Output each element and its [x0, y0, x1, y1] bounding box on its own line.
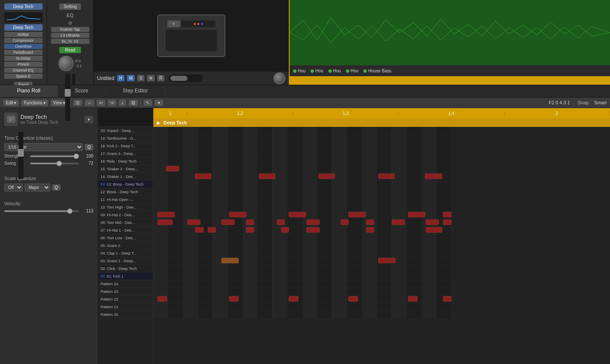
note-block[interactable]: [158, 212, 175, 217]
fader-track[interactable]: [18, 132, 23, 179]
plugin-overdrive[interactable]: Overdrive: [4, 44, 43, 49]
note-block[interactable]: [366, 220, 374, 225]
note-block[interactable]: [208, 227, 216, 232]
fader-track2[interactable]: [65, 74, 70, 121]
note-block[interactable]: [289, 212, 306, 217]
m-transport-btn[interactable]: M: [127, 75, 135, 81]
velocity-thumb[interactable]: [67, 209, 72, 214]
plugin-kram[interactable]: Kramer Tap: [51, 27, 89, 32]
tab-piano-roll[interactable]: Piano Roll: [0, 85, 58, 97]
cursor-tool-btn[interactable]: ✦: [155, 100, 163, 106]
pr-toolbar: Edit ▾ Functions ▾ View ▾ ☰ ↔ ↩ ↪ ♪ ⛓: [0, 97, 610, 108]
note-block[interactable]: [392, 220, 405, 225]
note-block[interactable]: [281, 227, 289, 232]
plugin-ptverb[interactable]: PtVerb: [4, 62, 43, 67]
note-block[interactable]: [443, 212, 452, 217]
track-dot-3: [328, 69, 332, 73]
scale-quantize-label: Scale Quantize: [4, 176, 93, 181]
drum-row-p20: Pattern 20: [98, 311, 153, 318]
note-grid-svg[interactable]: [153, 127, 452, 318]
fader-handle2[interactable]: [65, 89, 71, 97]
redo-btn[interactable]: ↪: [108, 100, 116, 106]
note-block[interactable]: [378, 174, 394, 179]
snap-label: Snap:: [578, 100, 590, 105]
velocity-value: 113: [81, 209, 93, 213]
note-block[interactable]: [195, 174, 211, 179]
swing-label: Swing: [4, 161, 28, 166]
strength-track[interactable]: [30, 155, 79, 157]
fader-handle[interactable]: [18, 149, 24, 157]
note-block[interactable]: [289, 296, 298, 301]
setting-btn[interactable]: Setting: [59, 3, 81, 10]
note-block[interactable]: [426, 227, 442, 232]
note-block[interactable]: [366, 227, 374, 232]
note-block[interactable]: [348, 296, 358, 301]
note-block[interactable]: [341, 220, 348, 225]
channel2-read-btn[interactable]: Read: [59, 47, 81, 53]
s-transport-btn[interactable]: S: [137, 75, 144, 81]
pointer-tool-btn[interactable]: ↖: [144, 100, 152, 106]
note-block[interactable]: [307, 220, 319, 225]
panel-dropdown-btn[interactable]: ▾: [84, 116, 93, 123]
note-block[interactable]: [195, 227, 204, 232]
note-grid-scroll[interactable]: 1 1.2 1.3 1.4 2 ▶ Deep Tech: [153, 108, 610, 364]
scale-major-select[interactable]: Major Minor Dorian: [25, 183, 50, 192]
ch2-db1: 0.0: [75, 59, 82, 63]
plugin-spaced[interactable]: Space D: [4, 74, 43, 79]
velocity-track[interactable]: [4, 210, 79, 212]
note-block[interactable]: [277, 220, 285, 225]
link-btn[interactable]: ⛓: [129, 100, 138, 106]
output-knob[interactable]: [273, 72, 285, 84]
h-btn[interactable]: H: [117, 75, 124, 81]
undo-btn[interactable]: ↩: [97, 100, 105, 106]
plugin-l3[interactable]: L3 UltraMa: [51, 33, 89, 38]
channel2-pan-knob[interactable]: [58, 56, 74, 71]
functions-menu-btn[interactable]: Functions ▾: [21, 100, 48, 106]
swing-thumb[interactable]: [57, 161, 62, 166]
strength-thumb[interactable]: [74, 154, 79, 159]
waveform-region[interactable]: [290, 0, 610, 65]
note-block[interactable]: [425, 174, 442, 179]
note-block[interactable]: [259, 174, 275, 179]
note-block[interactable]: [246, 220, 254, 225]
note-block[interactable]: [443, 220, 452, 225]
midi-btn[interactable]: ♪: [119, 100, 126, 106]
note-block[interactable]: [408, 212, 425, 217]
note-block[interactable]: [158, 220, 173, 225]
note-block[interactable]: [378, 258, 395, 263]
list-btn[interactable]: ☰: [73, 100, 82, 106]
plugin-bx[interactable]: bx_XL V2: [51, 39, 89, 44]
note-block[interactable]: [158, 296, 167, 301]
note-block[interactable]: [443, 296, 452, 301]
note-block[interactable]: [246, 227, 254, 232]
arrow-btn[interactable]: ↔: [85, 100, 94, 106]
quantize-select[interactable]: 1/16 Note 1/8 Note 1/4 Note: [4, 143, 83, 151]
channel1-name2: Deep Tech: [4, 24, 43, 31]
plugin-multipr[interactable]: Multipr: [4, 32, 43, 37]
note-block[interactable]: [408, 296, 417, 301]
tab-step-editor[interactable]: Step Editor: [106, 85, 165, 97]
note-block-orange[interactable]: [222, 258, 239, 263]
drum-row-06: 06: Tom Low - Dee...: [98, 234, 153, 242]
q-button[interactable]: Q: [85, 144, 93, 150]
edit-menu-btn[interactable]: Edit ▾: [3, 100, 19, 106]
note-block[interactable]: [319, 174, 335, 179]
freeze-btn[interactable]: ❄: [147, 75, 155, 81]
plugin-stdelay[interactable]: St-Delay: [4, 56, 43, 61]
note-block[interactable]: [426, 220, 439, 225]
plugin-compressor[interactable]: Compressor: [4, 38, 43, 43]
note-block[interactable]: [187, 220, 200, 225]
plugin-channeleq[interactable]: Channel EQ: [4, 68, 43, 73]
velocity-fill: [4, 210, 70, 212]
note-block[interactable]: [348, 212, 365, 217]
scale-off-select[interactable]: Off On: [4, 183, 23, 192]
note-block[interactable]: [222, 220, 234, 225]
note-block[interactable]: [229, 212, 246, 217]
scale-q-btn[interactable]: Q: [52, 184, 60, 191]
plugin-pedalboard[interactable]: Pedalboard: [4, 50, 43, 55]
note-block[interactable]: [307, 227, 319, 232]
note-block[interactable]: [166, 166, 179, 171]
r-btn[interactable]: R: [157, 75, 164, 81]
swing-track[interactable]: [30, 163, 79, 164]
note-block[interactable]: [229, 296, 239, 301]
